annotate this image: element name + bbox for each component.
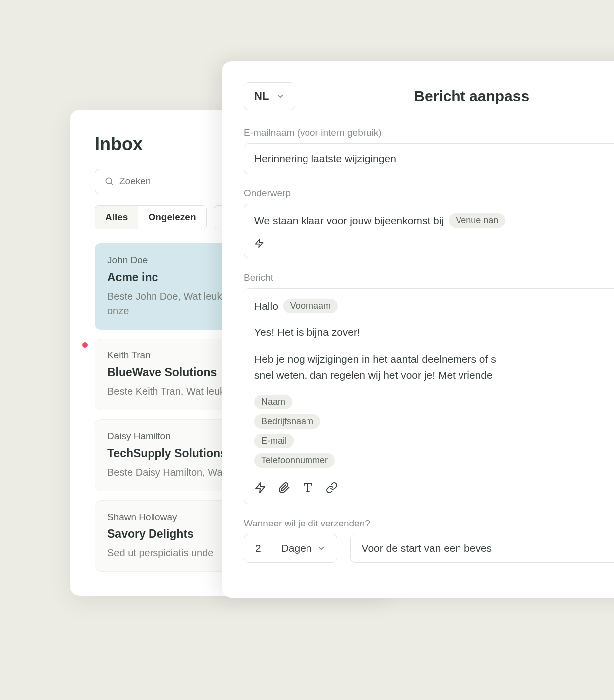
variable-token[interactable]: Venue nan [449, 213, 505, 228]
tab-all[interactable]: Alles [95, 206, 138, 229]
unread-indicator-icon [82, 342, 88, 348]
chevron-down-icon [317, 544, 326, 553]
body-text: Yes! Het is bijna zover! [254, 324, 614, 341]
delay-quantity-select[interactable]: 2 Dagen [244, 534, 337, 563]
language-value: NL [254, 90, 269, 103]
variable-token[interactable]: Voornaam [283, 299, 338, 313]
tab-group-status: Alles Ongelezen [95, 205, 207, 229]
lightning-icon[interactable] [254, 482, 266, 494]
message-body-field: Bericht Hallo Voornaam Yes! Het is bijna… [244, 272, 614, 504]
lightning-icon[interactable] [254, 238, 264, 249]
greeting-text: Hallo [254, 300, 278, 312]
variable-token[interactable]: Naam [254, 395, 292, 409]
when-row: 2 Dagen Voor de start van een beves [244, 534, 614, 563]
editor-header: NL Bericht aanpass [244, 82, 614, 110]
svg-marker-2 [256, 239, 263, 248]
greeting-line: Hallo Voornaam [254, 299, 614, 313]
editor-title: Bericht aanpass [414, 88, 529, 105]
search-icon [104, 176, 114, 186]
svg-line-1 [111, 183, 113, 185]
variable-token[interactable]: Telefoonnummer [254, 453, 335, 468]
subject-input[interactable]: We staan klaar voor jouw bijeenkomst bij… [244, 204, 614, 258]
subject-field: Onderwerp We staan klaar voor jouw bijee… [244, 188, 614, 258]
variable-token[interactable]: E-mail [254, 434, 294, 448]
variable-token[interactable]: Bedrijfsnaam [254, 414, 320, 429]
delay-number: 2 [255, 542, 261, 554]
field-label: Wanneer wil je dit verzenden? [244, 518, 614, 529]
paperclip-icon[interactable] [278, 482, 290, 494]
when-field: Wanneer wil je dit verzenden? 2 Dagen Vo… [244, 518, 614, 563]
message-body-input[interactable]: Hallo Voornaam Yes! Het is bijna zover! … [244, 288, 614, 504]
field-label: Onderwerp [244, 188, 614, 199]
email-name-input[interactable] [244, 143, 614, 174]
subject-text: We staan klaar voor jouw bijeenkomst bij [254, 215, 444, 227]
chevron-down-icon [276, 92, 285, 101]
token-signature: Naam Bedrijfsnaam E-mail Telefoonnummer [254, 395, 614, 468]
trigger-select[interactable]: Voor de start van een beves [350, 534, 614, 563]
body-text: Heb je nog wijzigingen in het aantal dee… [254, 351, 614, 384]
email-name-field: E-mailnaam (voor intern gebruik) [244, 127, 614, 174]
link-icon[interactable] [326, 482, 338, 494]
language-select[interactable]: NL [244, 82, 295, 110]
message-editor-panel: NL Bericht aanpass E-mailnaam (voor inte… [222, 61, 614, 598]
field-label: E-mailnaam (voor intern gebruik) [244, 127, 614, 138]
trigger-text: Voor de start van een beves [362, 542, 492, 554]
editor-toolbar [254, 479, 614, 494]
text-format-icon[interactable] [302, 482, 314, 494]
tab-unread[interactable]: Ongelezen [138, 206, 206, 229]
delay-unit: Dagen [281, 542, 312, 554]
field-label: Bericht [244, 272, 614, 283]
svg-marker-3 [256, 483, 265, 493]
subject-content: We staan klaar voor jouw bijeenkomst bij… [254, 213, 614, 228]
